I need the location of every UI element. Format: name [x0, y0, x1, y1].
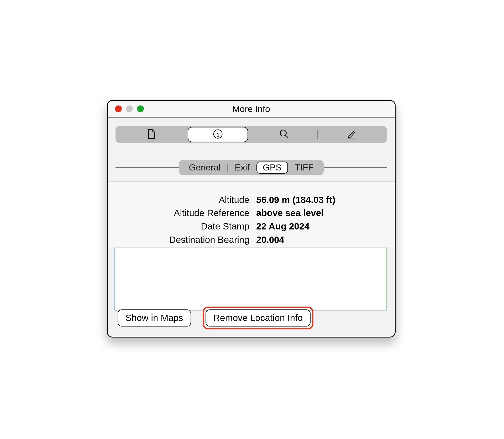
file-icon	[147, 129, 156, 140]
gps-row-altitude-reference: Altitude Reference above sea level	[118, 206, 384, 220]
gps-value: above sea level	[256, 206, 384, 220]
mode-edit[interactable]	[318, 126, 384, 143]
gps-label: Altitude Reference	[118, 206, 249, 220]
titlebar: More Info	[108, 101, 395, 117]
inspector-upper-section: General Exif GPS TIFF	[108, 117, 395, 181]
metadata-tabs-row: General Exif GPS TIFF	[116, 160, 387, 175]
pencil-icon	[346, 129, 357, 140]
tutorial-highlight: Remove Location Info	[203, 307, 313, 329]
tabs-line-right	[324, 167, 387, 168]
metadata-tabs: General Exif GPS TIFF	[179, 160, 323, 175]
tab-general[interactable]: General	[185, 162, 225, 174]
gps-label: Altitude	[118, 193, 249, 207]
info-icon	[213, 129, 223, 140]
gps-value: 20.004	[256, 233, 384, 247]
action-buttons-row: Show in Maps Remove Location Info	[118, 307, 313, 329]
tabs-line-left	[116, 167, 179, 168]
mode-search[interactable]	[251, 126, 317, 143]
tab-gps[interactable]: GPS	[256, 162, 288, 174]
gps-row-date-stamp: Date Stamp 22 Aug 2024	[118, 220, 384, 233]
svg-point-2	[280, 130, 286, 136]
gps-row-altitude: Altitude 56.09 m (184.03 ft)	[118, 193, 384, 207]
mode-info[interactable]	[185, 126, 251, 143]
window-title: More Info	[108, 104, 395, 114]
inspector-mode-toolbar	[116, 126, 387, 143]
map-preview[interactable]	[114, 248, 387, 310]
gps-value: 22 Aug 2024	[256, 220, 384, 233]
show-in-maps-button[interactable]: Show in Maps	[118, 309, 191, 326]
gps-data-panel: Altitude 56.09 m (184.03 ft) Altitude Re…	[108, 181, 395, 247]
more-info-window: More Info	[107, 100, 396, 338]
svg-point-1	[217, 132, 218, 132]
gps-label: Destination Bearing	[118, 233, 249, 247]
tab-divider	[227, 164, 228, 172]
gps-label: Date Stamp	[118, 220, 249, 233]
remove-location-info-button[interactable]: Remove Location Info	[206, 309, 311, 326]
mode-file[interactable]	[118, 126, 185, 143]
search-icon	[279, 129, 290, 140]
gps-row-destination-bearing: Destination Bearing 20.004	[118, 233, 384, 247]
tab-tiff[interactable]: TIFF	[291, 162, 318, 174]
gps-value: 56.09 m (184.03 ft)	[256, 193, 384, 207]
tab-exif[interactable]: Exif	[230, 162, 254, 174]
